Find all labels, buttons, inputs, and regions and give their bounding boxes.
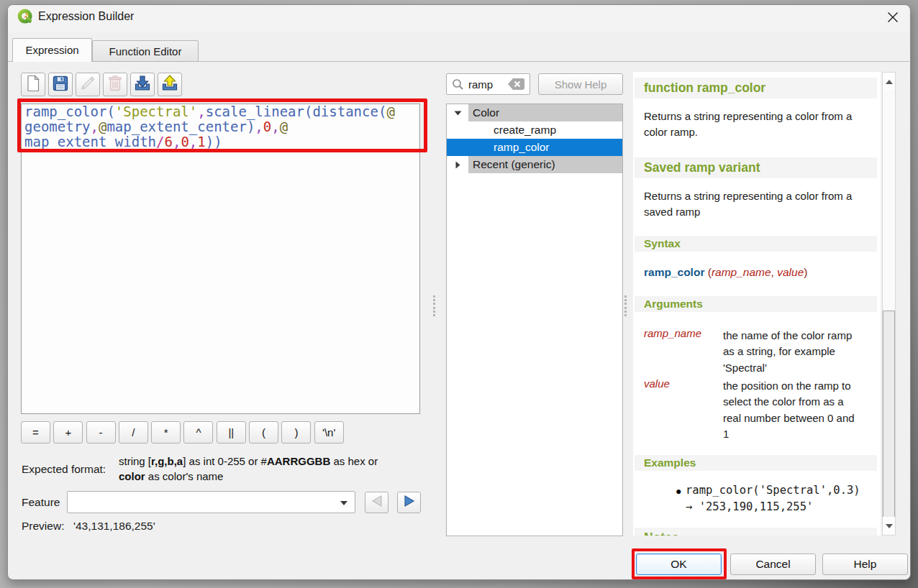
tab-expression[interactable]: Expression	[12, 38, 92, 62]
expression-token-num: 0	[263, 119, 271, 134]
export-expression-button[interactable]	[158, 73, 182, 96]
tree-group-recent-generic[interactable]: Recent (generic)	[447, 156, 622, 173]
tab-function-editor[interactable]: Function Editor	[92, 40, 199, 62]
function-search-input[interactable]: ramp	[446, 73, 530, 95]
expression-token-fn: geometry	[24, 119, 91, 134]
help-heading: Syntax	[635, 236, 877, 252]
operator-button[interactable]: =	[21, 421, 50, 444]
help-heading-banner: Notes	[635, 528, 877, 536]
splitter-dot	[624, 303, 627, 305]
example-code: ramp_color('Spectral',0.3)	[686, 482, 860, 499]
save-expression-button[interactable]	[48, 73, 73, 96]
splitter-dot	[433, 307, 435, 309]
expression-token-at: @	[280, 119, 288, 134]
help-button[interactable]: Help	[822, 553, 908, 575]
chevron-collapsed-icon[interactable]	[447, 156, 468, 173]
help-text-line: Returns a string representing a color fr…	[644, 109, 852, 124]
expression-token-fn: ramp_color	[24, 104, 106, 119]
argument-name: ramp_name	[644, 327, 701, 339]
expression-token-fn: map_extent_width	[24, 134, 156, 150]
expression-token-comma: ,	[197, 104, 205, 119]
ok-button[interactable]: OK	[636, 553, 722, 575]
syntax-function-name: ramp_color	[644, 266, 704, 278]
format-segment-bold: color	[119, 470, 145, 482]
tree-item-create-ramp[interactable]: create_ramp	[447, 121, 622, 139]
arrow-up-tray-icon	[161, 75, 178, 94]
new-expression-button[interactable]	[21, 73, 45, 96]
previous-feature-button[interactable]	[365, 492, 388, 513]
expression-token-comma: ,	[271, 119, 279, 134]
format-segment: string [	[119, 455, 151, 467]
splitter-handle-right[interactable]	[624, 295, 627, 316]
splitter-handle-left[interactable]	[432, 295, 435, 316]
operator-button[interactable]: ^	[183, 421, 213, 444]
expression-token-fn: map_extent_center	[106, 119, 246, 134]
operator-button[interactable]: -	[86, 421, 116, 444]
search-icon	[452, 78, 464, 93]
feature-combobox[interactable]	[67, 491, 355, 513]
format-segment-bold: r,g,b,a	[151, 455, 183, 467]
argument-name: value	[644, 377, 670, 390]
titlebar[interactable]	[8, 5, 909, 32]
file-new-icon	[25, 75, 41, 95]
tree-row-label: Recent (generic)	[473, 156, 555, 173]
expression-input[interactable]: ramp_color('Spectral',scale_linear(dista…	[21, 104, 420, 414]
expression-code-line: ramp_color('Spectral',scale_linear(dista…	[24, 104, 419, 119]
operator-button[interactable]: +	[53, 421, 83, 444]
expression-toolbar	[21, 73, 182, 96]
clear-search-icon[interactable]	[507, 77, 525, 94]
help-heading: Examples	[635, 455, 877, 471]
expression-token-fn: distance	[312, 104, 378, 119]
argument-description: the name of the color rampas a string, f…	[723, 328, 852, 376]
operator-button[interactable]: '\n'	[314, 421, 344, 444]
delete-expression-button[interactable]	[103, 73, 127, 96]
feature-label: Feature	[22, 496, 60, 509]
expression-token-comma: ,	[189, 134, 197, 150]
expression-token-str: 'Spectral'	[115, 104, 197, 119]
expression-token-fn: (	[304, 104, 312, 119]
preview-value: '43,131,186,255'	[73, 520, 155, 533]
tree-group-color[interactable]: Color	[447, 104, 622, 121]
window-title: Expression Builder	[38, 10, 134, 23]
import-expression-button[interactable]	[130, 73, 155, 96]
argument-description-line: real number between 0 and	[723, 410, 855, 426]
show-help-button[interactable]: Show Help	[538, 73, 623, 95]
operator-button[interactable]: ||	[217, 421, 246, 444]
help-heading: function ramp_color	[635, 78, 877, 98]
help-heading: Saved ramp variant	[635, 157, 877, 178]
argument-description-line: as a string, for example	[723, 344, 852, 359]
expression-token-comma: ,	[255, 119, 263, 134]
arrow-down-tray-icon	[134, 75, 151, 94]
expression-token-fn: )	[247, 119, 255, 134]
next-feature-button[interactable]	[397, 492, 421, 513]
operator-button[interactable]: )	[281, 421, 311, 444]
save-floppy-icon	[53, 75, 68, 94]
scroll-up-button[interactable]	[883, 73, 895, 91]
expected-format-label: Expected format:	[22, 463, 106, 476]
cancel-button[interactable]: Cancel	[730, 553, 816, 575]
operator-button[interactable]: /	[119, 421, 148, 444]
syntax-separator: ,	[771, 266, 778, 278]
argument-description-line: the position on the ramp to	[723, 378, 855, 394]
close-button[interactable]	[879, 6, 906, 29]
expression-token-num: 6	[164, 134, 172, 150]
chevron-down-icon	[340, 501, 347, 505]
operator-button[interactable]: *	[151, 421, 181, 444]
expression-token-comma: ,	[91, 119, 99, 134]
scroll-down-button[interactable]	[883, 517, 895, 535]
help-heading: Notes	[635, 528, 877, 536]
operator-button[interactable]: (	[249, 421, 278, 444]
splitter-dot	[624, 299, 627, 301]
scrollbar-thumb[interactable]	[883, 311, 895, 518]
help-syntax-line: ramp_color (ramp_name, value)	[644, 266, 807, 279]
help-scrollbar[interactable]	[882, 72, 896, 536]
edit-expression-button[interactable]	[76, 73, 100, 96]
format-segment: as hex or	[330, 455, 378, 467]
syntax-argument: ramp_name	[712, 266, 771, 278]
help-text-line: Returns a string representing a color fr…	[644, 188, 852, 204]
chevron-expanded-icon[interactable]	[447, 104, 468, 121]
tree-item-ramp-color[interactable]: ramp_color	[447, 139, 622, 156]
expression-token-op: /	[156, 134, 164, 150]
preview-label: Preview:	[22, 520, 64, 533]
splitter-dot	[433, 311, 435, 313]
